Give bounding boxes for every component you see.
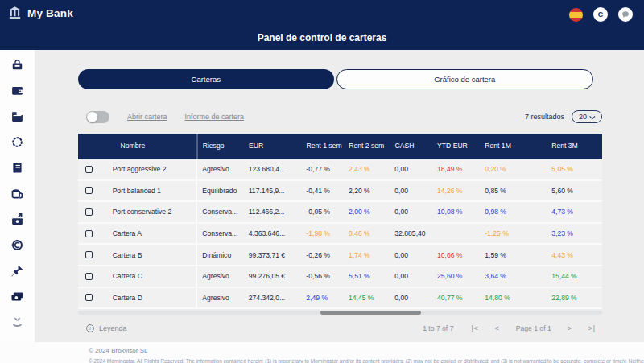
- cell-ytd: 25,60 %: [432, 272, 480, 280]
- sidebar-item-dotted-circle[interactable]: [10, 136, 25, 151]
- row-checkbox[interactable]: [85, 187, 93, 194]
- cell-eur: 112.466,2...: [244, 208, 302, 216]
- cart-icon: [10, 58, 24, 75]
- pagination: 1 to 7 of 7 |< < Page 1 of 1 > >|: [423, 324, 602, 332]
- chat-bubble-icon: [621, 10, 630, 19]
- table-row[interactable]: Port aggressive 2Agresivo123.680,4...-0,…: [78, 159, 602, 181]
- cell-eur: 117.145,9...: [244, 187, 302, 195]
- app-window: My Bank C Panel de control de carteras C…: [0, 0, 644, 363]
- table-row[interactable]: Cartera CAgresivo99.276,05 €-0,56 %5,51 …: [78, 266, 602, 288]
- tab-grafico-de-cartera[interactable]: Gráfico de cartera: [336, 69, 594, 89]
- column-header-cash[interactable]: CASH: [390, 142, 433, 151]
- cell-riesgo: Agresivo: [197, 165, 243, 173]
- abrir-cartera-link[interactable]: Abrir cartera: [127, 113, 167, 121]
- cell-riesgo: Agresivo: [197, 272, 243, 280]
- cell-rent1m: 1,59 %: [480, 251, 532, 259]
- cell-rent1: -0,56 %: [301, 272, 344, 280]
- cell-rent1: -0,77 %: [301, 165, 344, 173]
- column-header-rent1[interactable]: Rent 1 sem: [302, 142, 345, 151]
- info-icon: i: [86, 324, 94, 332]
- row-checkbox[interactable]: [85, 251, 93, 258]
- cell-rent3m: 5,60 %: [532, 187, 602, 195]
- row-checkbox-cell: [78, 251, 100, 258]
- cell-rent1m: 0,98 %: [480, 208, 532, 216]
- spain-flag-icon[interactable]: [569, 8, 583, 22]
- column-header-rent1m[interactable]: Rent 1M: [480, 142, 532, 151]
- wallet-icon: [10, 84, 24, 101]
- informe-de-cartera-link[interactable]: Informe de cartera: [185, 113, 245, 121]
- scrollbar-thumb[interactable]: [320, 311, 421, 315]
- legend-button[interactable]: i Leyenda: [86, 324, 127, 332]
- column-header-rent2[interactable]: Rent 2 sem: [344, 142, 390, 151]
- column-header-eur[interactable]: EUR: [244, 142, 302, 151]
- table-row[interactable]: Port conservative 2Conserva...112.466,2.…: [78, 202, 602, 224]
- folder-icon: [10, 109, 24, 126]
- tab-bar: Carteras Gráfico de cartera: [78, 69, 593, 89]
- cell-cash: 0,00: [390, 251, 432, 259]
- cell-eur: 99.276,05 €: [244, 272, 302, 280]
- controls-row: Abrir cartera Informe de cartera 7 resul…: [78, 110, 602, 123]
- legal-disclaimer: © 2024 Morningstar. All Rights Reserved.…: [89, 358, 644, 363]
- page-size-select[interactable]: 20: [572, 110, 602, 123]
- growth-icon: [10, 316, 24, 332]
- cell-rent1m: -1,25 %: [480, 229, 532, 237]
- sidebar-item-folder[interactable]: [10, 110, 25, 126]
- user-avatar[interactable]: C: [593, 7, 608, 22]
- column-header-rent3m[interactable]: Rent 3M: [532, 142, 602, 151]
- row-checkbox[interactable]: [85, 273, 93, 280]
- sidebar-item-wallet[interactable]: [10, 85, 25, 100]
- sidebar-item-investment[interactable]: [10, 213, 25, 229]
- cell-rent2: 0,46 %: [344, 229, 390, 237]
- column-header-riesgo[interactable]: Riesgo: [198, 142, 244, 151]
- cell-rent1m: 0,85 %: [480, 187, 532, 195]
- sidebar-item-ledger[interactable]: [10, 162, 25, 177]
- cell-cash: 0,00: [390, 187, 432, 195]
- cell-cash: 0,00: [390, 165, 432, 173]
- row-checkbox-cell: [78, 230, 100, 237]
- first-page-button[interactable]: |<: [471, 324, 478, 332]
- column-header-ytd[interactable]: YTD EUR: [432, 142, 480, 151]
- brand[interactable]: My Bank: [7, 6, 73, 21]
- cell-eur: 274.342,0...: [244, 294, 302, 302]
- row-checkbox[interactable]: [85, 230, 93, 237]
- open-portfolio-toggle[interactable]: [86, 111, 109, 123]
- sidebar-item-cash[interactable]: [10, 291, 25, 306]
- cell-rent3m: 4,43 %: [532, 251, 602, 259]
- tab-carteras[interactable]: Carteras: [78, 69, 334, 89]
- top-bar: My Bank C Panel de control de carteras: [0, 0, 644, 50]
- table-row[interactable]: Cartera BDinámico99.373,71 €-0,26 %1,74 …: [78, 245, 602, 266]
- sidebar-item-coins[interactable]: [10, 188, 25, 203]
- main-area: Carteras Gráfico de cartera Abrir carter…: [35, 50, 644, 342]
- sidebar-item-pin[interactable]: [10, 265, 25, 280]
- table-row[interactable]: Cartera AConserva...4.363.646...-1,98 %0…: [78, 224, 602, 245]
- last-page-button[interactable]: >|: [588, 324, 596, 332]
- portfolio-table: NombreRiesgoEURRent 1 semRent 2 semCASHY…: [78, 134, 602, 315]
- ledger-icon: [10, 161, 24, 178]
- cell-cash: 0,00: [390, 294, 432, 302]
- chevron-down-icon: [589, 113, 595, 119]
- column-header-nombre[interactable]: Nombre: [100, 134, 198, 159]
- table-row[interactable]: Cartera DAgresivo274.342,0...2,49 %14,45…: [78, 288, 602, 310]
- cell-nombre: Cartera C: [100, 266, 198, 287]
- results-count: 7 resultados: [525, 113, 564, 121]
- horizontal-scrollbar[interactable]: [78, 311, 602, 315]
- brand-name: My Bank: [27, 7, 73, 19]
- row-checkbox-cell: [78, 273, 100, 280]
- next-page-button[interactable]: >: [568, 324, 572, 332]
- cell-eur: 4.363.646...: [244, 229, 302, 237]
- dotted-circle-icon: [10, 135, 24, 152]
- prev-page-button[interactable]: <: [495, 324, 500, 332]
- table-header-row: NombreRiesgoEURRent 1 semRent 2 semCASHY…: [78, 134, 602, 159]
- cell-rent1m: 14,80 %: [480, 294, 532, 302]
- sidebar-item-growth[interactable]: [10, 316, 25, 332]
- row-checkbox-cell: [78, 294, 100, 301]
- cell-nombre: Cartera A: [100, 224, 198, 244]
- row-checkbox[interactable]: [85, 166, 93, 173]
- table-row[interactable]: Port balanced 1Equilibrado117.145,9...-0…: [78, 181, 602, 203]
- chat-button[interactable]: [618, 7, 633, 22]
- cell-rent2: 2,20 %: [344, 187, 390, 195]
- sidebar-item-currency[interactable]: [10, 239, 25, 254]
- sidebar-item-cart[interactable]: [10, 59, 25, 74]
- row-checkbox[interactable]: [85, 294, 93, 301]
- row-checkbox[interactable]: [85, 208, 93, 216]
